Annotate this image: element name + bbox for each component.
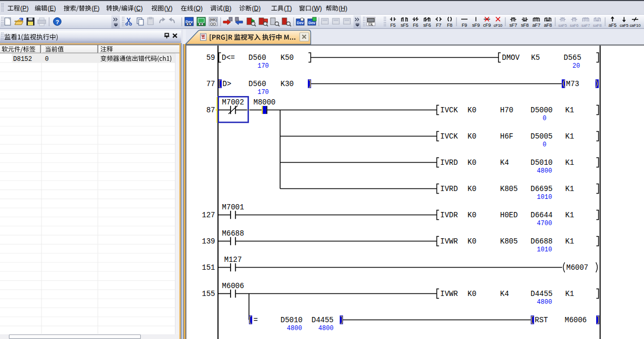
svg-text:F7: F7 bbox=[436, 23, 441, 28]
svg-text:RST: RST bbox=[535, 316, 548, 324]
svg-text:K1: K1 bbox=[565, 106, 574, 114]
svg-text:D6695: D6695 bbox=[531, 185, 553, 193]
svg-text:M6007: M6007 bbox=[566, 263, 588, 272]
svg-text:saF5: saF5 bbox=[558, 23, 567, 28]
svg-text:D5005: D5005 bbox=[531, 132, 553, 141]
svg-text:K1: K1 bbox=[565, 237, 574, 246]
svg-text:(B): (B) bbox=[223, 5, 232, 12]
svg-text:K0: K0 bbox=[468, 237, 476, 246]
svg-text:K1: K1 bbox=[565, 211, 574, 219]
svg-text:20: 20 bbox=[573, 62, 580, 70]
svg-text:(E): (E) bbox=[48, 5, 56, 12]
svg-text:cF9: cF9 bbox=[483, 23, 491, 28]
svg-text:(V): (V) bbox=[164, 5, 173, 12]
svg-text:87: 87 bbox=[206, 106, 215, 114]
svg-text:D4455: D4455 bbox=[531, 290, 553, 298]
svg-text:M127: M127 bbox=[224, 256, 242, 264]
svg-text:K805: K805 bbox=[500, 185, 518, 193]
svg-text:D>: D> bbox=[223, 80, 232, 88]
svg-text:1010: 1010 bbox=[537, 194, 552, 201]
svg-text:170: 170 bbox=[257, 62, 269, 70]
svg-text:(C): (C) bbox=[134, 5, 143, 12]
svg-text:sF8: sF8 bbox=[521, 23, 529, 28]
svg-text:(F): (F) bbox=[91, 5, 99, 12]
svg-text:saF6: saF6 bbox=[570, 23, 579, 28]
svg-text:K0: K0 bbox=[468, 290, 476, 298]
svg-text:(T): (T) bbox=[284, 5, 292, 12]
svg-text:D4455: D4455 bbox=[311, 316, 334, 324]
svg-text:caF5: caF5 bbox=[620, 23, 629, 28]
svg-text:K50: K50 bbox=[281, 54, 294, 62]
svg-text:(D): (D) bbox=[252, 5, 261, 12]
svg-text:IVWR: IVWR bbox=[440, 237, 458, 246]
svg-text:IVDR: IVDR bbox=[440, 211, 458, 219]
svg-text:H70: H70 bbox=[500, 106, 513, 114]
svg-text:IVRD: IVRD bbox=[440, 158, 458, 167]
svg-text:K0: K0 bbox=[468, 185, 476, 193]
svg-text:M73: M73 bbox=[566, 80, 579, 88]
svg-text:IVCK: IVCK bbox=[440, 132, 458, 141]
svg-text:(H): (H) bbox=[339, 5, 348, 12]
svg-text:0: 0 bbox=[543, 115, 546, 122]
svg-text:170: 170 bbox=[257, 89, 269, 96]
svg-text:D8152: D8152 bbox=[13, 56, 32, 63]
svg-text:0: 0 bbox=[45, 56, 49, 63]
svg-text:K30: K30 bbox=[281, 80, 294, 88]
svg-text:(W): (W) bbox=[312, 5, 322, 12]
svg-text:M7002: M7002 bbox=[222, 98, 244, 107]
svg-text:D565: D565 bbox=[564, 54, 581, 62]
svg-text:aF8: aF8 bbox=[544, 23, 552, 28]
svg-text:K0: K0 bbox=[468, 132, 476, 141]
svg-text:D6688: D6688 bbox=[531, 237, 553, 246]
svg-text:K805: K805 bbox=[500, 237, 518, 246]
svg-text:K5: K5 bbox=[531, 54, 540, 62]
svg-text:(P): (P) bbox=[20, 5, 29, 12]
svg-text:K4: K4 bbox=[500, 290, 509, 298]
svg-text:K0: K0 bbox=[468, 106, 476, 114]
svg-text:K1: K1 bbox=[565, 290, 574, 298]
svg-text:0: 0 bbox=[543, 141, 546, 149]
svg-text:K1: K1 bbox=[565, 132, 574, 141]
svg-text:Dev: Dev bbox=[297, 21, 304, 25]
svg-text:4800: 4800 bbox=[537, 167, 552, 175]
svg-text:D<=: D<= bbox=[222, 54, 235, 62]
svg-text:M6688: M6688 bbox=[222, 229, 244, 238]
svg-text:K0: K0 bbox=[468, 211, 476, 219]
svg-text:H0ED: H0ED bbox=[500, 211, 518, 219]
svg-text:K0: K0 bbox=[468, 158, 476, 167]
svg-text:aF5: aF5 bbox=[609, 23, 617, 28]
svg-text:IVCK: IVCK bbox=[440, 106, 458, 114]
svg-text:4800: 4800 bbox=[287, 325, 302, 332]
svg-text:59: 59 bbox=[206, 54, 215, 62]
svg-text:sF9: sF9 bbox=[472, 23, 480, 28]
svg-text:151: 151 bbox=[202, 263, 215, 272]
svg-text:D5010: D5010 bbox=[281, 316, 303, 324]
svg-text:D5000: D5000 bbox=[531, 106, 553, 114]
svg-text:D560: D560 bbox=[248, 54, 266, 62]
svg-text:sF5: sF5 bbox=[401, 23, 409, 28]
svg-text:155: 155 bbox=[202, 290, 215, 298]
svg-text:IVWR: IVWR bbox=[440, 290, 458, 298]
svg-text:IVRD: IVRD bbox=[440, 185, 458, 193]
svg-text:F9: F9 bbox=[462, 23, 467, 28]
svg-text:4800: 4800 bbox=[318, 325, 334, 332]
svg-text:F8: F8 bbox=[447, 23, 452, 28]
svg-text:M8000: M8000 bbox=[253, 98, 275, 107]
svg-text:K1: K1 bbox=[565, 185, 574, 193]
svg-text:127: 127 bbox=[202, 211, 215, 219]
svg-text:sF7: sF7 bbox=[510, 23, 517, 28]
svg-text:aF7: aF7 bbox=[533, 23, 541, 28]
svg-text:4800: 4800 bbox=[537, 299, 552, 306]
svg-text:(HK): (HK) bbox=[210, 18, 217, 22]
svg-text:D560: D560 bbox=[248, 80, 266, 88]
svg-text:caF10: caF10 bbox=[630, 23, 641, 28]
svg-text:M7001: M7001 bbox=[222, 203, 244, 211]
svg-text:sF6: sF6 bbox=[423, 23, 431, 28]
svg-text:F6: F6 bbox=[413, 23, 418, 28]
svg-text:4700: 4700 bbox=[537, 220, 552, 227]
svg-text:H6F: H6F bbox=[500, 132, 513, 141]
svg-text:(O): (O) bbox=[194, 5, 203, 12]
svg-text:?: ? bbox=[56, 19, 59, 25]
svg-text:D5010: D5010 bbox=[531, 158, 553, 167]
svg-text:Dev: Dev bbox=[308, 21, 315, 25]
